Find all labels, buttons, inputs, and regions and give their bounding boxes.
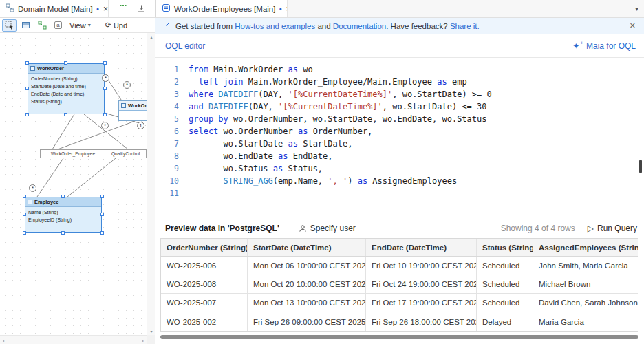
code-line[interactable]: 7 wo.StartDate as StartDate,	[155, 138, 644, 150]
code-text: wo.Status as Status,	[189, 162, 323, 175]
selection-handle[interactable]	[23, 195, 26, 198]
code-line[interactable]: 8 wo.EndDate as EndDate,	[155, 150, 644, 162]
line-number: 3	[155, 88, 189, 100]
entity-attribute: EmployeeID (String)	[28, 216, 101, 224]
annotation-icon: a	[54, 21, 62, 29]
selection-handle[interactable]	[103, 87, 107, 90]
documentation-link[interactable]: Documentation	[333, 22, 386, 30]
horizontal-scrollbar[interactable]: ◂ ▸	[0, 335, 147, 344]
column-header[interactable]: AssignedEmployees (String)	[533, 239, 638, 256]
scroll-up-icon[interactable]: ▴	[150, 34, 152, 39]
table-cell: Fri Oct 17 19:00:00 CEST 2025	[366, 294, 477, 312]
preview-title: Preview data in 'PostgreSQL'	[165, 224, 279, 233]
line-number: 8	[155, 150, 189, 162]
scroll-left-icon[interactable]: ◂	[2, 338, 4, 343]
select-tool-button[interactable]	[2, 19, 17, 32]
table-row[interactable]: WO-2025-006Mon Oct 06 10:00:00 CEST 2025…	[161, 257, 638, 275]
code-line[interactable]: 5group by wo.OrderNumber, wo.StartDate, …	[155, 113, 644, 125]
entity-header: WorkOrder	[28, 64, 104, 74]
selection-handle[interactable]	[23, 213, 26, 216]
selection-handle[interactable]	[64, 113, 67, 116]
entity-header: WorkOr	[119, 101, 147, 111]
scroll-down-icon[interactable]: ▾	[150, 329, 152, 334]
table-cell: Mon Oct 06 10:00:00 CEST 2025	[248, 257, 366, 275]
table-cell: Mon Oct 13 10:00:00 CEST 2025	[248, 294, 366, 312]
selection-handle[interactable]	[100, 231, 104, 235]
run-query-button[interactable]: ▷ Run Query	[588, 224, 637, 233]
column-header[interactable]: StartDate (DateTime)	[248, 239, 366, 256]
tab-oql-editor[interactable]: OQL editor	[165, 41, 205, 51]
selection-handle[interactable]	[23, 231, 26, 235]
association-label-qualitycontrol[interactable]: QualityControl	[105, 149, 147, 158]
unsaved-indicator: ●	[279, 6, 281, 11]
oql-editor-panel: Get started from How-tos and examples an…	[155, 18, 644, 344]
table-cell: Scheduled	[477, 275, 533, 293]
howtos-link[interactable]: How-tos and examples	[235, 22, 315, 30]
update-button[interactable]: ⟳ Upd	[103, 19, 130, 32]
selection-handle[interactable]	[100, 195, 104, 198]
code-line[interactable]: 11	[155, 187, 644, 200]
selection-handle[interactable]	[25, 113, 29, 116]
tab-domain-model[interactable]: Domain Model [Main] ● ×	[0, 0, 109, 17]
close-tab-button[interactable]: ×	[103, 4, 109, 14]
table-cell: WO-2025-006	[161, 257, 248, 275]
code-text: select wo.OrderNumber as OrderNumber,	[189, 125, 372, 138]
selection-handle[interactable]	[25, 61, 29, 65]
scroll-right-icon[interactable]: ▸	[142, 338, 144, 343]
code-line[interactable]: 3where DATEDIFF(DAY, '[%CurrentDateTime%…	[155, 88, 644, 100]
entity-attribute: EndDate (Date and time)	[31, 90, 104, 98]
table-row[interactable]: WO-2025-002Fri Sep 26 09:00:00 CEST 2025…	[161, 312, 638, 331]
editor-scrollbar-thumb[interactable]	[639, 160, 642, 173]
preview-toolbar: Preview data in 'PostgreSQL' Specify use…	[155, 219, 644, 238]
specify-user-button[interactable]: Specify user	[299, 224, 356, 233]
code-line[interactable]: 2 left join Main.WorkOrder_Employee/Main…	[155, 76, 644, 88]
export-selection-icon[interactable]	[117, 3, 129, 15]
column-header[interactable]: EndDate (DateTime)	[366, 239, 477, 256]
add-entity-button[interactable]	[19, 19, 33, 32]
code-line[interactable]: 6select wo.OrderNumber as OrderNumber,	[155, 125, 644, 138]
domain-model-canvas[interactable]: WorkOrder_Employee QualityControl WorkOr…	[0, 33, 147, 335]
entity-name: Employee	[34, 199, 58, 205]
multiplicity-many-icon: *	[29, 184, 36, 192]
share-it-link[interactable]: Share it.	[450, 22, 480, 30]
table-cell: Fri Oct 24 19:00:00 CEST 2025	[366, 275, 477, 293]
selection-handle[interactable]	[100, 213, 104, 216]
add-annotation-button[interactable]: a	[52, 19, 65, 32]
oql-code-editor[interactable]: 1from Main.WorkOrder as wo2 left join Ma…	[155, 58, 644, 219]
entity-attribute: Name (String)	[28, 208, 101, 216]
association-label-workorder-employee[interactable]: WorkOrder_Employee	[40, 149, 106, 158]
maia-for-oql-button[interactable]: ✦ + Maia for OQL	[572, 41, 636, 51]
code-text: from Main.WorkOrder as wo	[189, 63, 313, 76]
column-header[interactable]: OrderNumber (String)	[161, 239, 248, 256]
tab-workorderemployees[interactable]: WorkOrderEmployees [Main] ● ×	[155, 0, 288, 17]
document-tabbar: Domain Model [Main] ● × WorkOrderEmploye…	[0, 0, 644, 18]
close-banner-button[interactable]: ✕	[628, 21, 637, 30]
selection-handle[interactable]	[103, 61, 107, 65]
code-line[interactable]: 10 STRING_AGG(emp.Name, ', ') as Assigne…	[155, 175, 644, 187]
view-dropdown[interactable]: View ▾	[67, 19, 94, 32]
column-header[interactable]: Status (String)	[477, 239, 533, 256]
code-line[interactable]: 9 wo.Status as Status,	[155, 162, 644, 175]
selection-handle[interactable]	[103, 113, 107, 116]
add-association-button[interactable]	[35, 19, 50, 32]
code-line[interactable]: 1from Main.WorkOrder as wo	[155, 63, 644, 76]
table-cell: Scheduled	[477, 257, 533, 275]
code-line[interactable]: 4and DATEDIFF(DAY, '[%CurrentDateTime%]'…	[155, 100, 644, 113]
entity-icon	[30, 66, 35, 71]
selection-handle[interactable]	[61, 195, 65, 198]
entity-workorder-partial[interactable]: WorkOr	[118, 100, 147, 121]
download-icon[interactable]	[135, 3, 147, 15]
table-cell: Delayed	[477, 312, 533, 331]
tab-overflow-caret[interactable]: ▾	[635, 5, 638, 12]
selection-handle[interactable]	[64, 61, 67, 65]
entity-workorder[interactable]: WorkOrder OrderNumber (String)StartDate …	[28, 63, 105, 114]
vertical-scrollbar[interactable]: ▴ ▾	[147, 33, 155, 335]
external-link-icon	[162, 21, 171, 31]
selection-handle[interactable]	[25, 87, 29, 90]
entity-employee[interactable]: Employee Name (String)EmployeeID (String…	[25, 197, 102, 233]
table-row[interactable]: WO-2025-007Mon Oct 13 10:00:00 CEST 2025…	[161, 294, 638, 312]
table-row[interactable]: WO-2025-008Mon Oct 20 10:00:00 CEST 2025…	[161, 275, 638, 294]
selection-handle[interactable]	[61, 231, 65, 235]
horizontal-scrollbar-thumb[interactable]	[160, 335, 638, 339]
entity-attribute: Status (String)	[31, 98, 104, 105]
